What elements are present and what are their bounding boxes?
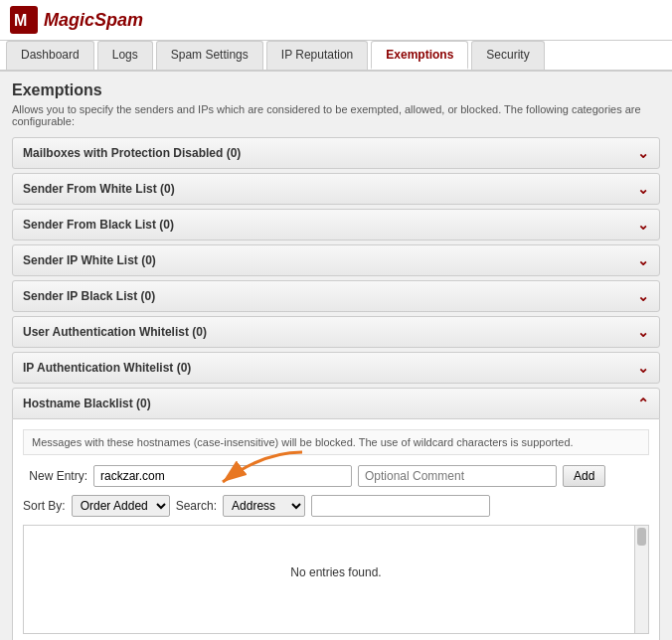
accordion-label-mailboxes: Mailboxes with Protection Disabled (0) xyxy=(23,146,241,160)
accordion-header-mailboxes[interactable]: Mailboxes with Protection Disabled (0) ⌄ xyxy=(12,137,660,169)
accordion-mailboxes-protection: Mailboxes with Protection Disabled (0) ⌄ xyxy=(12,137,660,169)
accordion-label-ip-auth: IP Authentication Whitelist (0) xyxy=(23,361,191,375)
accordion-header-user-auth[interactable]: User Authentication Whitelist (0) ⌄ xyxy=(12,316,660,348)
accordion-header-ip-auth[interactable]: IP Authentication Whitelist (0) ⌄ xyxy=(12,352,660,384)
page-title: Exemptions xyxy=(12,81,660,99)
accordion-sender-ip-black: Sender IP Black List (0) ⌄ xyxy=(12,280,660,312)
scrollbar[interactable] xyxy=(634,526,648,633)
accordion-hostname-blacklist: Hostname Blacklist (0) ⌃ Messages with t… xyxy=(12,388,660,640)
tab-dashboard[interactable]: Dashboard xyxy=(6,41,94,70)
accordion-label-sender-ip-white: Sender IP White List (0) xyxy=(23,253,156,267)
accordion-label-user-auth: User Authentication Whitelist (0) xyxy=(23,325,207,339)
sort-by-label: Sort By: xyxy=(23,499,66,513)
entry-input-wrapper xyxy=(93,465,352,487)
scroll-thumb xyxy=(637,528,646,546)
logo-icon: M xyxy=(10,6,38,34)
search-input[interactable] xyxy=(311,495,490,517)
logo: M MagicSpam xyxy=(10,6,143,34)
accordion-sender-white: Sender From White List (0) ⌄ xyxy=(12,173,660,205)
chevron-down-icon: ⌄ xyxy=(637,360,649,376)
accordion-label-sender-white: Sender From White List (0) xyxy=(23,182,175,196)
tab-exemptions[interactable]: Exemptions xyxy=(371,41,468,70)
page-content: Exemptions Allows you to specify the sen… xyxy=(0,72,672,640)
nav-tabs: Dashboard Logs Spam Settings IP Reputati… xyxy=(0,41,672,72)
tab-logs[interactable]: Logs xyxy=(97,41,153,70)
accordion-label-sender-ip-black: Sender IP Black List (0) xyxy=(23,289,155,303)
add-button[interactable]: Add xyxy=(563,465,605,487)
tab-spam-settings[interactable]: Spam Settings xyxy=(156,41,263,70)
accordion-sender-ip-white: Sender IP White List (0) ⌄ xyxy=(12,244,660,276)
svg-text:M: M xyxy=(14,12,27,29)
chevron-down-icon: ⌄ xyxy=(637,217,649,233)
accordion-user-auth-whitelist: User Authentication Whitelist (0) ⌄ xyxy=(12,316,660,348)
search-label: Search: xyxy=(176,499,217,513)
new-entry-label: New Entry: xyxy=(23,469,87,483)
page-description: Allows you to specify the senders and IP… xyxy=(12,103,660,127)
header: M MagicSpam xyxy=(0,0,672,41)
search-type-select[interactable]: Address Comment xyxy=(223,495,305,517)
accordion-ip-auth-whitelist: IP Authentication Whitelist (0) ⌄ xyxy=(12,352,660,384)
results-area: No entries found. xyxy=(23,525,649,634)
chevron-down-icon: ⌄ xyxy=(637,324,649,340)
accordion-label-sender-black: Sender From Black List (0) xyxy=(23,218,174,232)
chevron-down-icon: ⌄ xyxy=(637,252,649,268)
accordion-body-hostname: Messages with these hostnames (case-inse… xyxy=(12,419,660,640)
hostname-info-text: Messages with these hostnames (case-inse… xyxy=(23,429,649,455)
chevron-down-icon: ⌄ xyxy=(637,288,649,304)
chevron-down-icon: ⌄ xyxy=(637,145,649,161)
tab-security[interactable]: Security xyxy=(471,41,544,70)
no-entries-text: No entries found. xyxy=(24,526,648,619)
sort-by-select[interactable]: Order Added Address Comment Date xyxy=(72,495,170,517)
accordion-header-sender-white[interactable]: Sender From White List (0) ⌄ xyxy=(12,173,660,205)
new-entry-row: New Entry: Add xyxy=(23,465,649,487)
comment-input[interactable] xyxy=(358,465,557,487)
accordion-header-hostname[interactable]: Hostname Blacklist (0) ⌃ xyxy=(12,388,660,419)
new-entry-input[interactable] xyxy=(93,465,352,487)
chevron-up-icon: ⌃ xyxy=(637,396,649,411)
accordion-header-sender-ip-white[interactable]: Sender IP White List (0) ⌄ xyxy=(12,244,660,276)
accordion-header-sender-ip-black[interactable]: Sender IP Black List (0) ⌄ xyxy=(12,280,660,312)
accordion-sender-black: Sender From Black List (0) ⌄ xyxy=(12,209,660,240)
accordion-label-hostname: Hostname Blacklist (0) xyxy=(23,397,151,410)
tab-ip-reputation[interactable]: IP Reputation xyxy=(266,41,369,70)
sort-search-row: Sort By: Order Added Address Comment Dat… xyxy=(23,495,649,517)
chevron-down-icon: ⌄ xyxy=(637,181,649,197)
logo-text: MagicSpam xyxy=(44,10,143,31)
accordion-header-sender-black[interactable]: Sender From Black List (0) ⌄ xyxy=(12,209,660,240)
